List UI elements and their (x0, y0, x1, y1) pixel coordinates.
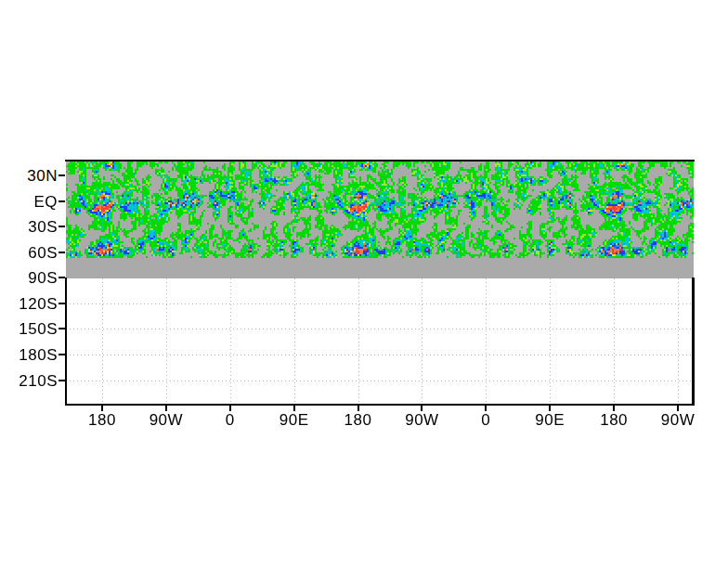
gridline-vertical (422, 278, 422, 404)
frame-right (692, 278, 695, 404)
y-tick-label: 90S (6, 270, 58, 286)
y-axis-tick (58, 354, 65, 355)
x-tick-label: 180 (581, 412, 646, 428)
y-axis-tick (58, 200, 65, 202)
y-axis-tick (58, 252, 65, 253)
x-tick-label: 0 (453, 412, 518, 428)
grads-plot-page: 30NEQ30S60S90S120S150S180S210S18090W090E… (0, 0, 728, 568)
x-tick-label: 90W (134, 412, 199, 428)
frame-top (65, 160, 695, 162)
gridline-horizontal (66, 355, 692, 355)
gridline-vertical (230, 278, 231, 404)
gridline-vertical (678, 278, 679, 404)
frame-bottom (65, 404, 695, 407)
gridline-vertical (166, 278, 167, 404)
y-axis-tick (58, 328, 65, 329)
y-tick-label: 210S (6, 373, 58, 389)
y-tick-label: 120S (6, 296, 58, 312)
y-tick-label: 180S (6, 347, 58, 363)
gridline-vertical (294, 278, 295, 404)
y-tick-label: EQ (6, 194, 58, 210)
gridline-horizontal (66, 329, 692, 329)
x-tick-label: 180 (326, 412, 391, 428)
x-tick-label: 90W (645, 412, 710, 428)
gridline-horizontal (66, 381, 692, 381)
frame-left (65, 278, 68, 404)
gridline-vertical (102, 278, 103, 404)
heatmap-field-canvas (66, 161, 694, 278)
y-tick-label: 60S (6, 245, 58, 261)
y-tick-label: 30S (6, 219, 58, 235)
gridline-vertical (614, 278, 615, 404)
gridline-horizontal (66, 303, 692, 304)
y-axis-tick (58, 174, 65, 176)
y-tick-label: 30N (6, 168, 58, 184)
y-axis-tick (58, 380, 65, 381)
y-tick-label: 150S (6, 321, 58, 337)
x-tick-label: 0 (198, 412, 263, 428)
gridline-vertical (486, 278, 487, 404)
y-axis-tick (58, 226, 65, 227)
x-tick-label: 90W (389, 412, 454, 428)
x-tick-label: 180 (70, 412, 135, 428)
gridline-vertical (358, 278, 359, 404)
x-tick-label: 90E (262, 412, 327, 428)
x-tick-label: 90E (517, 412, 582, 428)
y-axis-tick (58, 277, 65, 278)
gridline-vertical (550, 278, 551, 404)
y-axis-tick (58, 303, 65, 304)
